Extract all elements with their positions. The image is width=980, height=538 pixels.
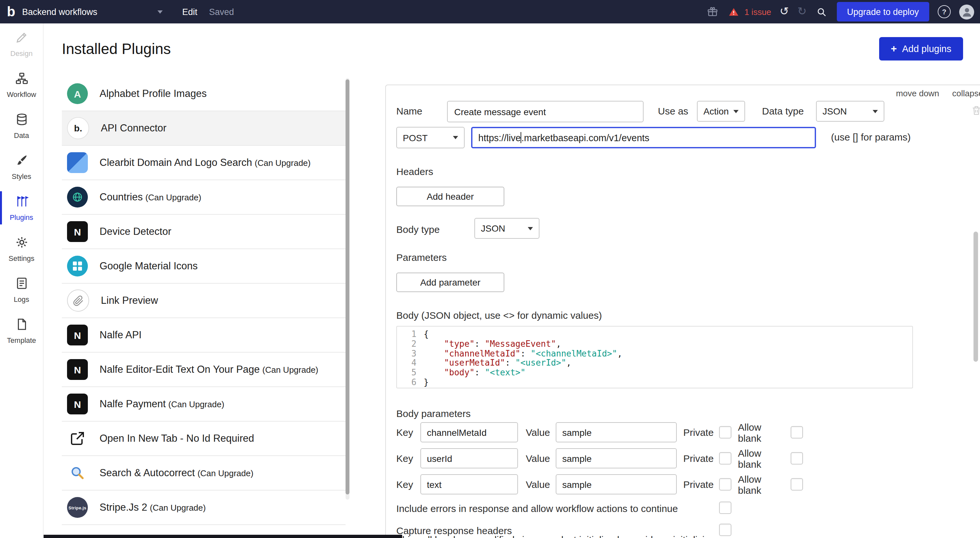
music-note-icon: ♪ [67, 532, 88, 534]
sidebar-label: Styles [12, 172, 31, 180]
param-key-input[interactable] [420, 422, 518, 442]
allow-blank-label: Allow blank [738, 447, 786, 469]
top-bar: b Backend workflows Edit Saved [0, 0, 980, 24]
scrollbar-thumb[interactable] [345, 79, 350, 494]
value-label: Value [526, 427, 552, 438]
add-header-button[interactable]: Add header [396, 187, 504, 206]
data-type-select[interactable]: JSON [816, 101, 885, 122]
plugin-item-search-autocorrect[interactable]: Search & Autocorrect(Can Upgrade) [62, 456, 345, 490]
private-checkbox[interactable] [719, 478, 732, 490]
code-line: 1{ [397, 330, 912, 340]
sidebar-item-data[interactable]: Data [0, 105, 43, 146]
allow-blank-label: Allow blank [738, 421, 786, 443]
plugin-item-device-detector[interactable]: N Device Detector [62, 215, 345, 249]
private-checkbox[interactable] [719, 452, 732, 465]
issue-count: 1 issue [745, 7, 771, 17]
plugin-name: Countries(Can Upgrade) [100, 191, 201, 203]
add-plugins-button[interactable]: + Add plugins [879, 37, 963, 60]
allow-blank-checkbox[interactable] [791, 426, 803, 438]
code-line: 2 "type": "MessageEvent", [397, 340, 912, 349]
use-as-select[interactable]: Action [697, 101, 745, 122]
plugin-item-nalfe-payment[interactable]: N Nalfe Payment(Can Upgrade) [62, 387, 345, 422]
endpoint-url-input[interactable]: https://live.marketbaseapi.com/v1/events [471, 127, 816, 148]
sidebar-label: Template [7, 336, 36, 344]
call-name-input[interactable] [447, 101, 644, 122]
window-scrollbar[interactable] [974, 232, 978, 362]
sidebar-item-design[interactable]: Design [0, 24, 43, 64]
plugin-item-nalfe-editor[interactable]: N Nalfe Editor-Edit Text On Your Page(Ca… [62, 352, 345, 387]
plugin-item-open-in-new-tab[interactable]: Open In New Tab - No Id Required [62, 422, 345, 456]
redo-icon[interactable]: ↻ [797, 5, 807, 18]
body-type-value: JSON [481, 223, 505, 233]
trash-icon[interactable] [971, 105, 980, 118]
param-value-input[interactable] [556, 422, 677, 442]
plugin-item-api-connector[interactable]: b. API Connector [62, 111, 345, 146]
template-icon [14, 317, 28, 334]
plugin-item-nalfe-api[interactable]: N Nalfe API [62, 318, 345, 352]
n-letter-icon: N [67, 325, 88, 346]
body-type-select[interactable]: JSON [474, 218, 539, 239]
sidebar-label: Data [14, 132, 29, 139]
plugin-item-countries[interactable]: Countries(Can Upgrade) [62, 180, 345, 215]
body-json-editor[interactable]: 1{ 2 "type": "MessageEvent", 3 "channelM… [396, 326, 913, 388]
help-icon[interactable]: ? [938, 5, 951, 18]
key-label: Key [396, 479, 415, 490]
allow-blank-checkbox[interactable] [791, 452, 803, 465]
data-type-value: JSON [822, 106, 847, 116]
param-key-input[interactable] [420, 474, 518, 494]
parameters-label: Parameters [396, 252, 447, 263]
sidebar-item-workflow[interactable]: Workflow [0, 64, 43, 105]
user-avatar[interactable] [959, 4, 974, 19]
search-icon[interactable] [815, 5, 828, 18]
edit-menu[interactable]: Edit [182, 7, 197, 17]
body-json-label: Body (JSON object, use <> for dynamic va… [396, 309, 602, 321]
plugin-list-scrollbar[interactable] [345, 78, 350, 500]
plugin-name: Nalfe Editor-Edit Text On Your Page(Can … [100, 363, 318, 375]
installed-plugins-list: A Alphabet Profile Images b. API Connect… [62, 77, 345, 534]
n-letter-icon: N [67, 221, 88, 242]
saved-status: Saved [209, 7, 234, 17]
plugin-item-clearbit[interactable]: Clearbit Domain And Logo Search(Can Upgr… [62, 146, 345, 180]
param-value-input[interactable] [556, 448, 677, 468]
issues-indicator[interactable]: 1 issue [727, 5, 771, 18]
plugin-item-google-material-icons[interactable]: Google Material Icons [62, 249, 345, 284]
sidebar-label: Design [10, 49, 33, 57]
upgrade-to-deploy-button[interactable]: Upgrade to deploy [837, 2, 929, 21]
plugin-name: API Connector [101, 122, 169, 134]
http-method-value: POST [403, 132, 428, 143]
plugin-item-alphabet-profile-images[interactable]: A Alphabet Profile Images [62, 77, 345, 111]
collapse-link[interactable]: collapse [952, 89, 980, 98]
http-method-select[interactable]: POST [396, 127, 465, 148]
include-errors-label: Include errors in response and allow wor… [396, 503, 678, 514]
plugin-item-stripe-js-2[interactable]: Stripe.js Stripe.Js 2(Can Upgrade) [62, 490, 345, 525]
plugin-name: Device Detector [100, 226, 174, 238]
bubble-logo-icon: b. [67, 117, 89, 139]
undo-icon[interactable]: ↺ [780, 5, 789, 18]
sidebar-item-template[interactable]: Template [0, 310, 43, 351]
add-parameter-button[interactable]: Add parameter [396, 273, 504, 292]
chevron-down-icon [158, 10, 163, 13]
sidebar-item-settings[interactable]: Settings [0, 229, 43, 269]
plugin-name: Nalfe Payment(Can Upgrade) [100, 398, 224, 410]
plugin-item-link-preview[interactable]: Link Preview [62, 284, 345, 318]
allow-blank-checkbox[interactable] [791, 478, 803, 490]
sidebar-item-plugins[interactable]: Plugins [0, 187, 43, 229]
private-label: Private [683, 427, 714, 438]
bubble-logo[interactable]: b [0, 0, 22, 24]
external-link-icon [67, 428, 88, 449]
app-selector[interactable]: Backend workflows [22, 7, 167, 17]
capture-headers-checkbox[interactable] [719, 524, 732, 536]
param-value-input[interactable] [556, 474, 677, 494]
private-checkbox[interactable] [719, 426, 732, 438]
alphabet-letter-icon: A [67, 83, 88, 104]
plugin-item-tiktok-like-swipe[interactable]: ♪ Tiktok Like Swipe(Can Upgrade) [62, 525, 345, 534]
paperclip-icon [67, 289, 89, 312]
move-down-link[interactable]: move down [896, 89, 939, 98]
clearbit-icon [67, 152, 88, 173]
include-errors-checkbox[interactable] [719, 501, 732, 514]
url-text-before-caret: https://live [478, 132, 521, 143]
gift-icon[interactable] [706, 5, 719, 18]
sidebar-item-logs[interactable]: Logs [0, 269, 43, 310]
param-key-input[interactable] [420, 448, 518, 468]
sidebar-item-styles[interactable]: Styles [0, 146, 43, 187]
